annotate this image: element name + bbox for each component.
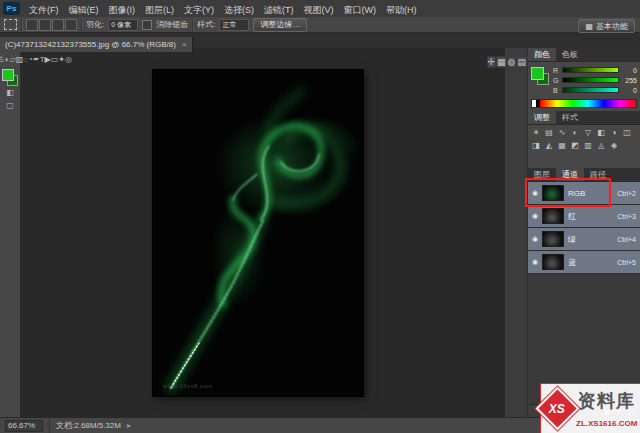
blue-value[interactable]: 0 [622,87,637,94]
menu-item-5[interactable]: 选择(S) [219,5,259,15]
adjustment-black-white[interactable]: ◫ [621,127,633,139]
menu-item-2[interactable]: 图像(I) [104,5,141,15]
tab-swatches[interactable]: 色板 [556,48,584,61]
dock-icon-info-panel[interactable]: ◍ [507,56,517,68]
selection-subtract-icon[interactable] [52,19,64,31]
tab-styles[interactable]: 样式 [556,111,584,124]
visibility-eye-icon[interactable]: ◉ [528,258,542,266]
channel-shortcut: Ctrl+4 [617,236,640,243]
panel-foreground-swatch[interactable] [531,67,544,80]
canvas-area[interactable]: www.16xx8.com [21,48,505,418]
adjustment-gradient-map[interactable]: ◈ [608,140,620,152]
adjustment-brightness-contrast[interactable]: ☀ [530,127,542,139]
foreground-color-swatch[interactable] [2,69,14,81]
color-swatches[interactable] [2,69,18,86]
channel-row-red[interactable]: ◉ 红 Ctrl+3 [528,205,640,228]
tab-paths[interactable]: 路径 [584,168,612,181]
color-panel-body: R 0 G 255 B 0 [528,62,640,111]
workspace-switcher-button[interactable]: ▦ 基本功能 [578,19,635,33]
red-slider[interactable] [562,67,619,73]
dock-icon-properties-panel[interactable]: ▤ [516,56,527,68]
channel-name: 蓝 [568,257,617,268]
adjustment-vibrance[interactable]: ▽ [582,127,594,139]
red-value[interactable]: 0 [622,67,637,74]
anti-alias-label: 消除锯齿 [156,19,188,30]
channel-thumbnail [542,185,564,201]
tab-close-icon[interactable]: × [182,40,187,49]
document-size-info: 文档:2.68M/5.32M [56,420,121,431]
color-spectrum-ramp[interactable] [531,99,637,108]
adjustment-hue-saturation[interactable]: ◧ [595,127,607,139]
style-dropdown[interactable]: 正常 [219,19,249,31]
refine-edge-button[interactable]: 调整边缘… [253,18,307,32]
menu-item-4[interactable]: 文字(Y) [179,5,219,15]
menu-item-3[interactable]: 图层(L) [140,5,179,15]
green-slider[interactable] [562,77,619,83]
adjustment-curves[interactable]: ∿ [556,127,568,139]
channel-row-rgb[interactable]: ◉ RGB Ctrl+2 [528,182,640,205]
adjustment-photo-filter[interactable]: ◨ [530,140,542,152]
selection-new-icon[interactable] [26,19,38,31]
style-label: 样式: [197,19,215,30]
adjustment-color-lookup[interactable]: ▦ [556,140,568,152]
menu-item-7[interactable]: 视图(V) [299,5,339,15]
menu-item-1[interactable]: 编辑(E) [64,5,104,15]
blue-slider[interactable] [562,87,619,93]
color-panel: 颜色 色板 R 0 G 255 [528,48,640,111]
selection-add-icon[interactable] [39,19,51,31]
menu-item-9[interactable]: 帮助(H) [381,5,422,15]
adjustment-levels[interactable]: ▤ [543,127,555,139]
channel-name: RGB [568,189,617,198]
adjustment-channel-mixer[interactable]: ◭ [543,140,555,152]
panel-color-swatches[interactable] [531,67,549,85]
menu-item-8[interactable]: 窗口(W) [339,5,382,15]
adjustments-panel: 调整 样式 ☀▤∿◐▽◧◑◫◨◭▦◩▥◬◈ [528,111,640,170]
tool-pen-tool[interactable]: ✒ [33,55,40,64]
channel-row-blue[interactable]: ◉ 蓝 Ctrl+5 [528,251,640,274]
channel-shortcut: Ctrl+5 [617,259,640,266]
document-tab[interactable]: (C)473713242132373555.jpg @ 66.7% (RGB/8… [0,37,193,52]
options-bar: 羽化: 0 像素 消除锯齿 样式: 正常 调整边缘… ▦ 基本功能 [0,17,640,33]
menu-item-6[interactable]: 滤镜(T) [259,5,299,15]
visibility-eye-icon[interactable]: ◉ [528,235,542,243]
visibility-eye-icon[interactable]: ◉ [528,212,542,220]
adjustment-exposure[interactable]: ◐ [569,127,581,139]
tool-hand-tool[interactable]: ✦ [58,55,65,64]
tab-adjustments[interactable]: 调整 [528,111,556,124]
channel-shortcut: Ctrl+2 [617,190,640,197]
document-tab-title: (C)473713242132373555.jpg @ 66.7% (RGB/8… [5,40,176,49]
blue-slider-row: B 0 [553,85,637,95]
menu-item-0[interactable]: 文件(F) [24,5,64,15]
adjustment-icons-grid: ☀▤∿◐▽◧◑◫◨◭▦◩▥◬◈ [528,125,640,170]
adjustment-invert[interactable]: ◩ [569,140,581,152]
quick-mask-button[interactable]: ◧ [0,86,20,99]
document-tab-bar: (C)473713242132373555.jpg @ 66.7% (RGB/8… [0,33,640,48]
channel-row-green[interactable]: ◉ 绿 Ctrl+4 [528,228,640,251]
blue-label: B [553,87,559,94]
adjustment-threshold[interactable]: ◬ [595,140,607,152]
adjustment-color-balance[interactable]: ◑ [608,127,620,139]
tool-zoom-tool[interactable]: ◎ [65,55,72,64]
feather-input[interactable]: 0 像素 [108,19,138,31]
dock-icon-histogram-panel[interactable]: ▦ [496,56,507,68]
anti-alias-checkbox[interactable] [142,20,152,30]
screen-mode-button[interactable]: ▢ [0,99,20,112]
tab-channels[interactable]: 通道 [556,168,584,181]
workspace-grid-icon: ▦ [585,21,593,32]
status-options-arrow[interactable]: ▸ [127,421,131,430]
selection-intersect-icon[interactable] [65,19,77,31]
watermark-url: ZL.XS1616.COM [576,419,637,428]
tab-layers[interactable]: 图层 [528,168,556,181]
watermark-diamond-logo: XS [536,387,580,431]
tab-color[interactable]: 颜色 [528,48,556,61]
visibility-eye-icon[interactable]: ◉ [528,189,542,197]
dock-icon-navigator-panel[interactable]: ✛ [487,56,497,68]
document-image[interactable]: www.16xx8.com [153,70,363,396]
red-label: R [553,67,559,74]
adjustment-posterize[interactable]: ▥ [582,140,594,152]
image-watermark-text: www.16xx8.com [163,383,213,389]
green-slider-row: G 255 [553,75,637,85]
workspace-label: 基本功能 [596,21,628,32]
green-value[interactable]: 255 [622,77,637,84]
zoom-level-field[interactable]: 66.67% [5,420,43,432]
